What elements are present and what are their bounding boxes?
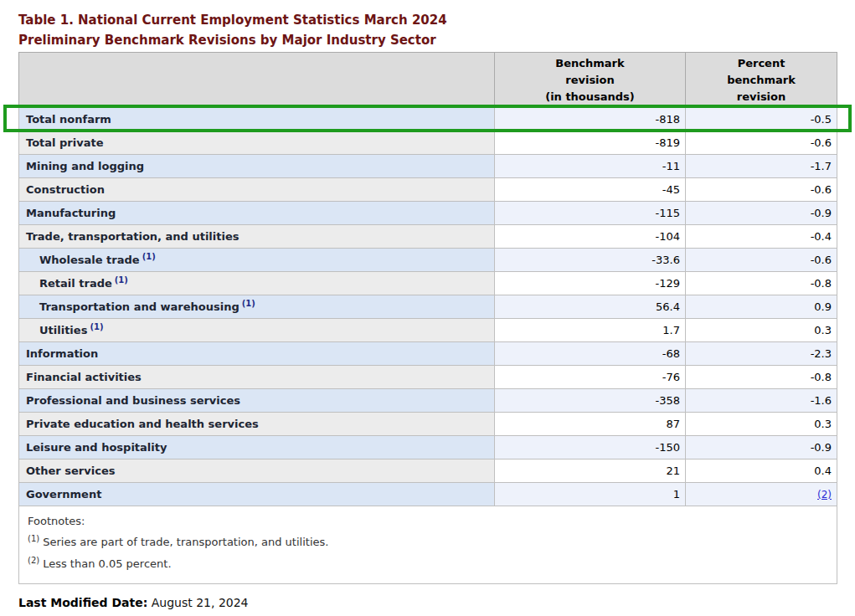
footnote-2-link[interactable]: (2) xyxy=(817,489,832,501)
industry-cell: Professional and business services xyxy=(19,389,495,413)
percent-revision-cell: -1.7 xyxy=(686,155,837,178)
industry-label: Mining and logging xyxy=(26,160,144,172)
benchmark-revision-cell: -819 xyxy=(495,131,686,155)
percent-revision-cell: -0.9 xyxy=(686,202,837,225)
industry-label: Information xyxy=(26,347,98,360)
industry-label: Other services xyxy=(26,465,115,477)
industry-label: Transportation and warehousing xyxy=(39,300,240,313)
table-row: Wholesale trade(1)-33.6-0.6 xyxy=(19,249,837,272)
footnote-line: (2)Less than 0.05 percent. xyxy=(28,553,828,575)
industry-cell: Government xyxy=(19,483,495,506)
table-row: Other services210.4 xyxy=(19,459,837,483)
last-modified: Last Modified Date: August 21, 2024 xyxy=(18,596,855,609)
benchmark-revisions-table: Benchmark revision (in thousands) Percen… xyxy=(18,52,837,584)
industry-label: Trade, transportation, and utilities xyxy=(26,230,239,243)
table-row: Leisure and hospitality-150-0.9 xyxy=(19,436,837,459)
benchmark-revision-cell: 87 xyxy=(495,413,686,436)
footnote-ref-link[interactable]: (1) xyxy=(142,252,156,261)
footnote-ref-link[interactable]: (1) xyxy=(115,275,128,285)
industry-cell: Retail trade(1) xyxy=(19,272,495,295)
industry-label: Construction xyxy=(26,183,105,196)
industry-label: Government xyxy=(26,488,101,501)
industry-cell: Other services xyxy=(19,459,495,483)
percent-revision-cell: 0.4 xyxy=(686,459,837,483)
last-modified-label: Last Modified Date: xyxy=(18,596,147,609)
table-row: Government1(2) xyxy=(19,483,837,506)
percent-revision-cell: -0.6 xyxy=(686,131,837,155)
table-row: Transportation and warehousing(1)56.40.9 xyxy=(19,295,837,319)
title-line-2: Preliminary Benchmark Revisions by Major… xyxy=(18,30,855,50)
benchmark-revision-cell: -68 xyxy=(495,342,686,366)
table-row: Mining and logging-11-1.7 xyxy=(19,155,837,178)
footnote-text: Series are part of trade, transportation… xyxy=(43,536,328,548)
benchmark-revision-cell: -150 xyxy=(495,436,686,459)
footnotes-title: Footnotes: xyxy=(28,511,828,531)
percent-revision-cell: -0.5 xyxy=(686,108,837,131)
percent-revision-cell: -0.8 xyxy=(686,366,837,389)
benchmark-revision-cell: -11 xyxy=(495,155,686,178)
table-row: Private education and health services870… xyxy=(19,413,837,436)
industry-cell: Private education and health services xyxy=(19,413,495,436)
industry-cell: Trade, transportation, and utilities xyxy=(19,225,495,249)
percent-revision-cell: (2) xyxy=(686,483,837,506)
industry-label: Retail trade xyxy=(39,277,112,290)
industry-cell: Transportation and warehousing(1) xyxy=(19,295,495,319)
benchmark-revision-cell: -818 xyxy=(495,108,686,131)
footnote-marker: (2) xyxy=(28,556,39,565)
benchmark-revision-cell: -358 xyxy=(495,389,686,413)
industry-label: Utilities xyxy=(39,324,87,336)
industry-label: Total private xyxy=(26,136,104,149)
footnote-line: (1)Series are part of trade, transportat… xyxy=(28,531,828,553)
benchmark-revision-cell: 1.7 xyxy=(495,319,686,342)
percent-revision-cell: -0.4 xyxy=(686,225,837,249)
header-row: Benchmark revision (in thousands) Percen… xyxy=(19,53,837,108)
footnote-ref-link[interactable]: (1) xyxy=(90,322,103,331)
percent-revision-cell: -0.9 xyxy=(686,436,837,459)
percent-revision-cell: -0.6 xyxy=(686,178,837,202)
industry-label: Total nonfarm xyxy=(26,113,111,126)
last-modified-value: August 21, 2024 xyxy=(152,596,249,609)
table-row: Total private-819-0.6 xyxy=(19,131,837,155)
table-row: Construction-45-0.6 xyxy=(19,178,837,202)
industry-cell: Information xyxy=(19,342,495,366)
table-row: Manufacturing-115-0.9 xyxy=(19,202,837,225)
footnote-text: Less than 0.05 percent. xyxy=(43,557,171,570)
percent-revision-cell: -0.8 xyxy=(686,272,837,295)
percent-revision-cell: 0.9 xyxy=(686,295,837,319)
percent-revision-cell: -1.6 xyxy=(686,389,837,413)
industry-cell: Leisure and hospitality xyxy=(19,436,495,459)
industry-label: Private education and health services xyxy=(26,418,259,430)
industry-label: Wholesale trade xyxy=(39,254,140,266)
industry-label: Financial activities xyxy=(26,371,142,383)
benchmark-revision-cell: -33.6 xyxy=(495,249,686,272)
industry-cell: Total nonfarm xyxy=(19,108,495,131)
benchmark-revision-cell: 21 xyxy=(495,459,686,483)
header-benchmark-revision: Benchmark revision (in thousands) xyxy=(495,53,686,108)
percent-revision-cell: 0.3 xyxy=(686,319,837,342)
industry-cell: Construction xyxy=(19,178,495,202)
benchmark-revision-cell: -104 xyxy=(495,225,686,249)
industry-cell: Total private xyxy=(19,131,495,155)
table-row: Information-68-2.3 xyxy=(19,342,837,366)
benchmark-revision-cell: 56.4 xyxy=(495,295,686,319)
table-title: Table 1. National Current Employment Sta… xyxy=(18,10,855,50)
benchmark-revision-cell: -45 xyxy=(495,178,686,202)
industry-cell: Financial activities xyxy=(19,366,495,389)
benchmark-revision-cell: 1 xyxy=(495,483,686,506)
industry-label: Manufacturing xyxy=(26,207,116,219)
benchmark-revision-cell: -129 xyxy=(495,272,686,295)
footnote-ref-link[interactable]: (1) xyxy=(242,299,255,308)
industry-label: Leisure and hospitality xyxy=(26,441,167,454)
industry-label: Professional and business services xyxy=(26,394,240,407)
table-row-highlighted: Total nonfarm-818-0.5 xyxy=(19,108,837,131)
industry-cell: Wholesale trade(1) xyxy=(19,249,495,272)
table-row: Financial activities-76-0.8 xyxy=(19,366,837,389)
benchmark-revision-cell: -76 xyxy=(495,366,686,389)
industry-cell: Utilities(1) xyxy=(19,319,495,342)
industry-cell: Manufacturing xyxy=(19,202,495,225)
footnotes-row: Footnotes: (1)Series are part of trade, … xyxy=(19,506,837,584)
table-row: Professional and business services-358-1… xyxy=(19,389,837,413)
footnote-marker: (1) xyxy=(28,534,39,543)
percent-revision-cell: -2.3 xyxy=(686,342,837,366)
header-industry xyxy=(19,53,495,108)
